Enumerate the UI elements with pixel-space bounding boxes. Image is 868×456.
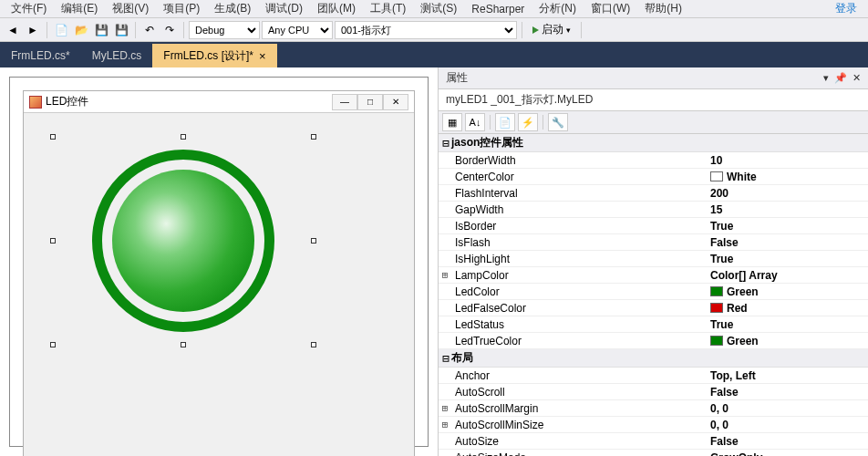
resize-handle[interactable] xyxy=(311,342,316,347)
property-value[interactable]: White xyxy=(707,171,868,183)
resize-handle[interactable] xyxy=(50,134,56,140)
property-value[interactable]: 10 xyxy=(707,154,868,167)
property-value[interactable]: 0, 0 xyxy=(707,402,868,415)
redo-button[interactable]: ↷ xyxy=(160,21,179,39)
close-icon[interactable]: × xyxy=(259,50,266,62)
new-button[interactable]: 📄 xyxy=(52,21,70,39)
collapse-icon[interactable]: ⊟ xyxy=(440,137,451,150)
property-row[interactable]: IsHighLightTrue xyxy=(439,251,868,267)
platform-select[interactable]: Any CPU xyxy=(262,21,333,39)
save-all-button[interactable]: 💾 xyxy=(112,21,130,39)
property-name: BorderWidth xyxy=(451,154,707,167)
document-tab[interactable]: MyLED.cs xyxy=(81,44,153,67)
document-tab[interactable]: FrmLED.cs [设计]*× xyxy=(152,44,276,67)
expand-icon[interactable]: ⊞ xyxy=(439,269,451,281)
property-row[interactable]: IsFlashFalse xyxy=(439,234,868,251)
menu-item[interactable]: 调试(D) xyxy=(258,0,310,18)
property-value[interactable]: Color[] Array xyxy=(707,269,868,282)
property-value[interactable]: Red xyxy=(707,302,868,315)
resize-handle[interactable] xyxy=(311,134,316,140)
resize-handle[interactable] xyxy=(311,238,316,244)
property-value[interactable]: Green xyxy=(707,285,868,298)
property-value[interactable]: 0, 0 xyxy=(707,419,868,431)
resize-handle[interactable] xyxy=(50,342,56,347)
property-value[interactable]: 200 xyxy=(707,187,868,200)
close-button[interactable]: ✕ xyxy=(383,94,408,110)
property-row[interactable]: LedStatusTrue xyxy=(439,316,868,333)
property-row[interactable]: IsBorderTrue xyxy=(439,218,868,234)
form-window[interactable]: LED控件 — □ ✕ xyxy=(23,90,415,456)
expand-icon[interactable]: ⊞ xyxy=(439,402,451,414)
menu-item[interactable]: 文件(F) xyxy=(4,0,54,18)
color-swatch xyxy=(710,303,723,313)
property-row[interactable]: BorderWidth10 xyxy=(439,152,868,169)
categorized-button[interactable]: ▦ xyxy=(442,113,462,131)
property-row[interactable]: GapWidth15 xyxy=(439,202,868,218)
config-select[interactable]: Debug xyxy=(189,21,260,39)
maximize-button[interactable]: □ xyxy=(357,94,383,110)
menu-item[interactable]: ReSharper xyxy=(464,1,532,17)
property-row[interactable]: ⊞AutoScrollMinSize0, 0 xyxy=(439,417,868,433)
menu-item[interactable]: 视图(V) xyxy=(105,0,156,18)
property-value[interactable]: False xyxy=(707,236,868,249)
menu-item[interactable]: 帮助(H) xyxy=(637,0,689,18)
menu-item[interactable]: 生成(B) xyxy=(207,0,258,18)
property-row[interactable]: AutoScrollFalse xyxy=(439,384,868,400)
property-category[interactable]: ⊟布局 xyxy=(439,349,868,368)
property-row[interactable]: AutoSizeFalse xyxy=(439,433,868,450)
menu-item[interactable]: 工具(T) xyxy=(363,0,413,18)
property-grid[interactable]: ⊟jason控件属性BorderWidth10CenterColorWhiteF… xyxy=(439,134,868,456)
property-value[interactable]: 15 xyxy=(707,203,868,216)
back-button[interactable]: ◄ xyxy=(4,21,22,39)
property-row[interactable]: LedColorGreen xyxy=(439,284,868,300)
collapse-icon[interactable]: ⊟ xyxy=(440,352,451,365)
led-control-selection[interactable] xyxy=(53,137,314,345)
menu-item[interactable]: 分析(N) xyxy=(532,0,584,18)
property-row[interactable]: ⊞LampColorColor[] Array xyxy=(439,267,868,284)
document-tab[interactable]: FrmLED.cs* xyxy=(0,44,81,67)
property-value[interactable]: GrowOnly xyxy=(707,451,868,457)
property-value[interactable]: Green xyxy=(707,335,868,347)
minimize-button[interactable]: — xyxy=(332,94,357,110)
resize-handle[interactable] xyxy=(181,342,186,347)
startup-select[interactable]: 001-指示灯 xyxy=(335,21,517,39)
property-category[interactable]: ⊟jason控件属性 xyxy=(439,134,868,152)
login-link[interactable]: 登录 xyxy=(828,0,864,18)
menu-item[interactable]: 团队(M) xyxy=(310,0,363,18)
property-value[interactable]: True xyxy=(707,318,868,331)
property-row[interactable]: AnchorTop, Left xyxy=(439,368,868,384)
property-row[interactable]: LedFalseColorRed xyxy=(439,300,868,316)
alphabetical-button[interactable]: A↓ xyxy=(465,113,485,131)
menu-item[interactable]: 项目(P) xyxy=(156,0,207,18)
property-value[interactable]: False xyxy=(707,386,868,399)
property-name: LampColor xyxy=(451,269,707,282)
forward-button[interactable]: ► xyxy=(24,21,42,39)
property-row[interactable]: ⊞AutoScrollMargin0, 0 xyxy=(439,400,868,417)
property-value[interactable]: True xyxy=(707,253,868,265)
expand-icon[interactable]: ⊞ xyxy=(439,419,451,430)
property-row[interactable]: AutoSizeModeGrowOnly xyxy=(439,450,868,456)
pin-icon[interactable]: ▾ 📌 ✕ xyxy=(823,72,861,84)
property-value[interactable]: Top, Left xyxy=(707,369,868,382)
undo-button[interactable]: ↶ xyxy=(140,21,159,39)
led-control[interactable] xyxy=(92,150,274,332)
property-pages-button[interactable]: 🔧 xyxy=(548,113,568,131)
menu-item[interactable]: 测试(S) xyxy=(413,0,464,18)
property-name: CenterColor xyxy=(451,171,707,183)
resize-handle[interactable] xyxy=(181,134,186,140)
property-value[interactable]: True xyxy=(707,220,868,233)
properties-button[interactable]: 📄 xyxy=(495,113,515,131)
save-button[interactable]: 💾 xyxy=(92,21,110,39)
menu-item[interactable]: 窗口(W) xyxy=(584,0,637,18)
open-button[interactable]: 📂 xyxy=(72,21,90,39)
menu-item[interactable]: 编辑(E) xyxy=(54,0,105,18)
designer-surface[interactable]: LED控件 — □ ✕ xyxy=(0,67,438,456)
resize-handle[interactable] xyxy=(50,238,56,244)
property-value[interactable]: False xyxy=(707,435,868,448)
property-row[interactable]: CenterColorWhite xyxy=(439,169,868,185)
start-button[interactable]: 启动 ▾ xyxy=(527,21,576,39)
events-button[interactable]: ⚡ xyxy=(518,113,538,131)
property-row[interactable]: LedTrueColorGreen xyxy=(439,333,868,349)
selected-object[interactable]: myLED1 _001_指示灯.MyLED xyxy=(439,89,868,111)
property-row[interactable]: FlashInterval200 xyxy=(439,185,868,202)
